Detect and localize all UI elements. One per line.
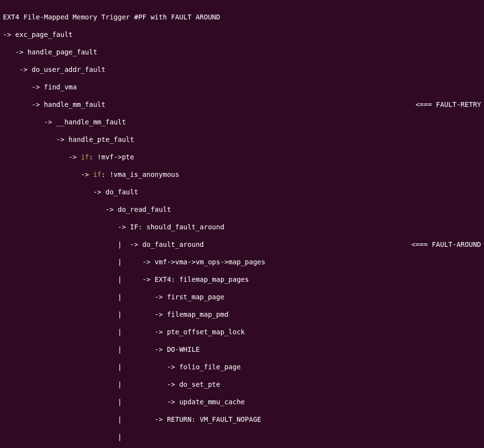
trace-line: -> if: !mvf->pte <box>3 153 134 161</box>
trace-line: -> find_vma <box>3 83 77 91</box>
trace-line: | -> pte_offset_map_lock <box>3 327 245 336</box>
trace-line: -> if: !vma_is_anonymous <box>3 170 179 179</box>
trace-line: | -> update_mmu_cache <box>3 397 245 406</box>
trace-line: | -> do_fault_around <box>3 240 204 249</box>
trace-line: -> handle_page_fault <box>3 48 97 56</box>
trace-line: | -> folio_file_page <box>3 362 241 371</box>
trace-line: -> do_read_fault <box>3 205 171 214</box>
trace-line: -> exc_page_fault <box>3 30 72 39</box>
trace-line: -> do_user_addr_fault <box>3 65 106 74</box>
trace-line: | -> do_set_pte <box>3 380 220 389</box>
trace-line: | -> first_map_page <box>3 293 224 301</box>
trace-line: -> handle_mm_fault <box>3 100 106 109</box>
trace-line: | -> vmf->vma->vm_ops->map_pages <box>3 258 265 266</box>
keyword-if: if <box>81 153 89 161</box>
trace-line: | -> EXT4: filemap_map_pages <box>3 275 249 284</box>
trace-line: | <box>3 432 122 441</box>
trace-line: | -> DO-WHILE <box>3 345 200 354</box>
trace-line: | -> filemap_map_pmd <box>3 310 229 319</box>
annotation-fault-around: <=== FAULT-AROUND <box>412 240 481 249</box>
trace-line: -> __handle_mm_fault <box>3 118 126 126</box>
annotation-fault-retry: <=== FAULT-RETRY <box>415 100 481 109</box>
trace-line: -> handle_pte_fault <box>3 135 134 144</box>
trace-line: -> IF: should_fault_around <box>3 223 224 231</box>
keyword-if: if <box>93 171 101 178</box>
trace-line: | -> RETURN: VM_FAULT_NOPAGE <box>3 415 261 424</box>
title-line: EXT4 File-Mapped Memory Trigger #PF with… <box>3 13 220 21</box>
terminal-screen: EXT4 File-Mapped Memory Trigger #PF with… <box>0 0 484 448</box>
trace-line: -> do_fault <box>3 188 138 196</box>
